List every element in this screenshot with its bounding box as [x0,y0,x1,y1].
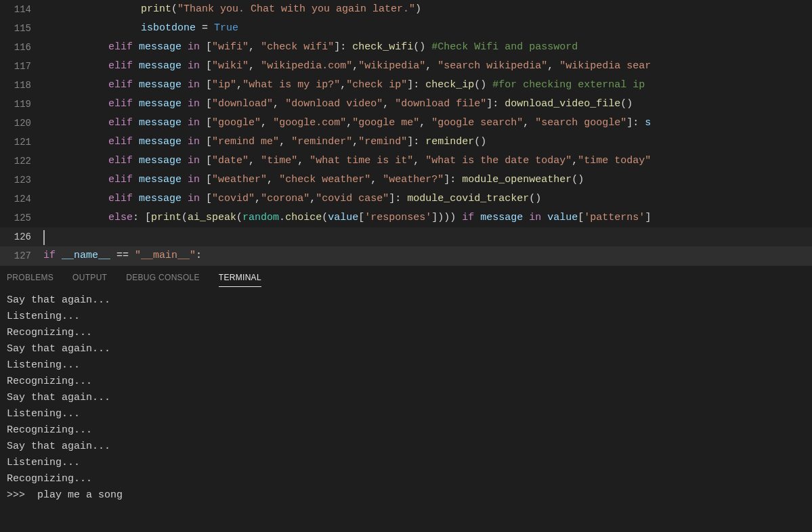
panel-tab-terminal[interactable]: TERMINAL [219,273,261,287]
line-number: 120 [0,114,43,133]
code-content[interactable]: elif message in ["download", "download v… [43,95,812,114]
code-line[interactable]: 117elif message in ["wiki", "wikipedia.c… [0,57,812,76]
code-content[interactable]: elif message in ["date", "time", "what t… [43,152,812,171]
code-content[interactable]: print("Thank you. Chat with you again la… [43,0,812,19]
code-line[interactable]: 121elif message in ["remind me", "remind… [0,133,812,152]
code-line[interactable]: 124elif message in ["covid","corona","co… [0,190,812,208]
line-number: 125 [0,208,43,227]
code-line[interactable]: 125else: [print(ai_speak(random.choice(v… [0,208,812,227]
code-content[interactable]: else: [print(ai_speak(random.choice(valu… [43,208,812,227]
code-line[interactable]: 118elif message in ["ip","what is my ip?… [0,76,812,95]
line-number: 116 [0,38,43,57]
text-cursor [43,230,45,245]
line-number: 126 [0,227,43,246]
code-line[interactable]: 119elif message in ["download", "downloa… [0,95,812,114]
panel-tabs: PROBLEMSOUTPUTDEBUG CONSOLETERMINAL [0,266,812,287]
code-line[interactable]: 120elif message in ["google", "google.co… [0,114,812,133]
code-content[interactable]: elif message in ["google", "google.com",… [43,114,812,133]
code-content[interactable]: if __name__ == "__main__": [43,246,812,265]
line-number: 122 [0,152,43,171]
code-content[interactable]: elif message in ["remind me", "reminder"… [43,133,812,152]
code-content[interactable]: isbotdone = True [43,19,812,38]
code-content[interactable]: elif message in ["ip","what is my ip?","… [43,76,812,95]
code-content[interactable]: elif message in ["covid","corona","covid… [43,190,812,208]
code-line[interactable]: 127if __name__ == "__main__": [0,246,812,265]
code-line[interactable]: 123elif message in ["weather", "check we… [0,171,812,190]
panel-tab-output[interactable]: OUTPUT [72,273,107,287]
line-number: 127 [0,246,43,265]
code-line[interactable]: 114print("Thank you. Chat with you again… [0,0,812,19]
code-line[interactable]: 126 [0,227,812,246]
code-content[interactable]: elif message in ["wiki", "wikipedia.com"… [43,57,812,76]
bottom-panel: PROBLEMSOUTPUTDEBUG CONSOLETERMINAL Say … [0,265,812,509]
line-number: 115 [0,19,43,38]
panel-tab-problems[interactable]: PROBLEMS [7,273,54,287]
line-number: 117 [0,57,43,76]
terminal-output[interactable]: Say that again... Listening... Recognizi… [0,287,812,509]
code-content[interactable]: elif message in ["wifi", "check wifi"]: … [43,38,812,57]
line-number: 123 [0,171,43,190]
panel-tab-debug-console[interactable]: DEBUG CONSOLE [126,273,200,287]
code-line[interactable]: 122elif message in ["date", "time", "wha… [0,152,812,171]
line-number: 114 [0,0,43,19]
code-line[interactable]: 116elif message in ["wifi", "check wifi"… [0,38,812,57]
code-line[interactable]: 115isbotdone = True [0,19,812,38]
code-editor[interactable]: 114print("Thank you. Chat with you again… [0,0,812,265]
line-number: 121 [0,133,43,152]
line-number: 119 [0,95,43,114]
code-content[interactable] [43,227,812,246]
line-number: 124 [0,190,43,208]
code-content[interactable]: elif message in ["weather", "check weath… [43,171,812,190]
line-number: 118 [0,76,43,95]
